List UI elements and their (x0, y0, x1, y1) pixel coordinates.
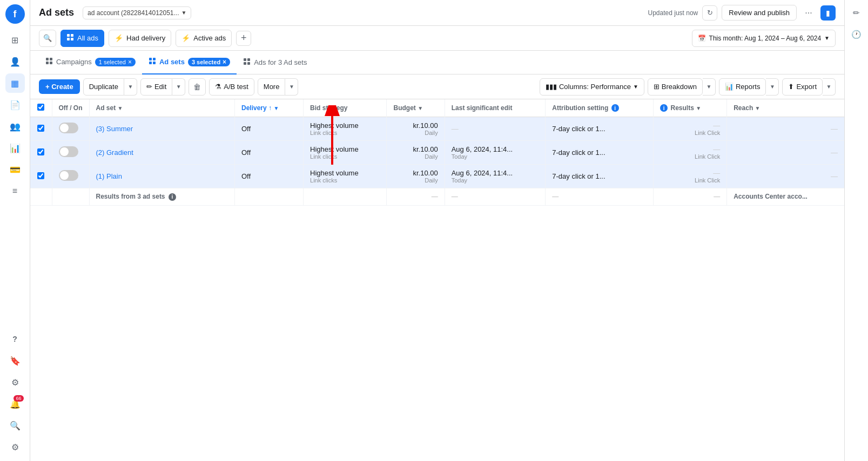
export-dropdown[interactable]: ▼ (823, 78, 836, 96)
sidebar-item-pages[interactable]: 📄 (5, 95, 25, 114)
results-info-icon2[interactable]: i (169, 193, 176, 201)
date-range-selector[interactable]: 📅 This month: Aug 1, 2024 – Aug 6, 2024 … (692, 30, 836, 47)
summer-toggle[interactable] (59, 123, 78, 133)
duplicate-button-group: Duplicate ▼ (83, 78, 137, 96)
svg-rect-15 (247, 58, 250, 61)
delete-button[interactable]: 🗑 (189, 78, 206, 96)
svg-rect-6 (46, 58, 49, 60)
row-bid-gradient: Highest volume Link clicks (304, 141, 387, 165)
export-dropdown-icon: ▼ (826, 84, 832, 90)
edit-dropdown[interactable]: ▼ (172, 78, 185, 96)
results-attribution-dash: — (552, 193, 559, 200)
table-container: Off / On Ad set ▼ Delivery ↑ ▼ Bid strat… (30, 99, 844, 461)
row-reach-plain: — (727, 165, 844, 188)
reports-dropdown[interactable]: ▼ (766, 78, 779, 96)
sidebar-item-help[interactable]: ? (5, 329, 25, 349)
table-row: (3) Summer Off Highest volume Link click… (30, 117, 844, 141)
campaigns-badge-close[interactable]: × (128, 58, 132, 66)
ab-test-button[interactable]: ⚗ A/B test (209, 78, 254, 96)
sidebar-item-debug[interactable]: ⚙ (5, 437, 25, 457)
breakdown-button[interactable]: ⊞ Breakdown (648, 78, 703, 96)
meta-logo[interactable]: f (5, 4, 25, 24)
review-publish-button[interactable]: Review and publish (722, 5, 797, 21)
summer-results-sub: Link Click (660, 130, 720, 136)
pages-icon: 📄 (10, 100, 21, 110)
edit-panel-button[interactable]: ✏ (848, 4, 865, 22)
delivery-sort-icon: ▼ (273, 105, 279, 111)
search-filter-button[interactable]: 🔍 (39, 30, 56, 47)
filter-tab-had-delivery[interactable]: ⚡ Had delivery (109, 30, 171, 47)
create-button[interactable]: + Create (39, 79, 80, 94)
edit-button[interactable]: ✏ Edit (140, 78, 172, 96)
gradient-adset-link[interactable]: (2) Gradient (96, 148, 133, 157)
table-row: (2) Gradient Off Highest volume Link cli… (30, 141, 844, 165)
sidebar-item-user[interactable]: 👤 (5, 52, 25, 71)
add-filter-button[interactable]: + (236, 31, 251, 46)
duplicate-dropdown[interactable]: ▼ (124, 78, 137, 96)
adsets-badge-close[interactable]: × (223, 58, 226, 66)
edit-button-group: ✏ Edit ▼ (140, 78, 185, 96)
gradient-budget-sub: Daily (393, 153, 438, 160)
col-header-results[interactable]: i Results ▼ (654, 99, 727, 117)
sidebar-item-audience[interactable]: 👥 (5, 117, 25, 136)
reach-sort-icon: ▼ (755, 105, 761, 111)
plain-results: — (660, 169, 720, 177)
attribution-info-icon[interactable]: i (611, 104, 619, 112)
sidebar-item-billing[interactable]: 💳 (5, 160, 25, 179)
breakdown-dropdown[interactable]: ▼ (703, 78, 716, 96)
columns-button[interactable]: ▮▮▮ Columns: Performance ▼ (540, 78, 644, 96)
sidebar-item-bookmarks[interactable]: 🔖 (5, 351, 25, 370)
row-results-plain: — Link Click (654, 165, 727, 188)
sidebar-item-home[interactable]: ⊞ (5, 30, 25, 50)
plain-bid-sub: Link clicks (310, 177, 380, 184)
sidebar-item-notifications[interactable]: 🔔 66 (5, 394, 25, 413)
duplicate-button[interactable]: Duplicate (83, 78, 124, 96)
more-dropdown-icon: ▼ (289, 84, 294, 90)
filter-tab-active-ads[interactable]: ⚡ Active ads (176, 30, 232, 47)
row-results-summer: — Link Click (654, 117, 727, 141)
adsets-selected-badge: 3 selected × (188, 58, 230, 66)
summer-budget: kr.10.00 (393, 121, 438, 130)
refresh-button[interactable]: ↻ (702, 5, 717, 21)
results-toggle-cell (52, 188, 89, 206)
plain-adset-link[interactable]: (1) Plain (96, 172, 122, 180)
svg-rect-11 (153, 58, 156, 60)
tab-ads[interactable]: Ads for 3 Ad sets (237, 51, 313, 74)
summer-results: — (660, 121, 720, 130)
menu-icon: ≡ (12, 186, 17, 196)
col-header-delivery[interactable]: Delivery ↑ ▼ (235, 99, 304, 117)
updated-status: Updated just now (648, 9, 698, 17)
sidebar-item-search[interactable]: 🔍 (5, 416, 25, 435)
right-panel: ✏ 🕐 (844, 0, 868, 461)
filter-tab-all-ads[interactable]: All ads (60, 30, 104, 47)
results-label-cell: Results from 3 ad sets i (89, 188, 235, 206)
history-panel-button[interactable]: 🕐 (848, 26, 865, 43)
reports-button[interactable]: 📊 Reports (719, 78, 766, 96)
sidebar-item-menu[interactable]: ≡ (5, 181, 25, 201)
summer-attribution: 7-day click or 1... (552, 125, 605, 133)
tab-campaigns[interactable]: Campaigns 1 selected × (39, 51, 142, 74)
summer-checkbox[interactable] (37, 125, 44, 132)
active-ads-icon: ⚡ (181, 34, 190, 42)
col-header-budget[interactable]: Budget ▼ (387, 99, 445, 117)
sidebar-item-settings[interactable]: ⚙ (5, 372, 25, 392)
columns-dropdown-icon: ▼ (633, 84, 638, 90)
topbar-more-button[interactable]: ··· (801, 5, 816, 21)
col-header-adset[interactable]: Ad set ▼ (89, 99, 235, 117)
export-button[interactable]: ⬆ Export (782, 78, 823, 96)
more-button[interactable]: More (258, 78, 286, 96)
summer-adset-link[interactable]: (3) Summer (96, 125, 133, 133)
select-all-checkbox[interactable] (37, 104, 44, 111)
sidebar-item-ads[interactable]: ▦ (5, 73, 25, 93)
col-header-reach[interactable]: Reach ▼ (727, 99, 844, 117)
gradient-toggle[interactable] (59, 146, 78, 157)
settings-icon: ⚙ (11, 377, 19, 388)
sidebar-item-insights[interactable]: 📊 (5, 138, 25, 158)
account-selector[interactable]: ad account (28228414012051... ▼ (83, 6, 191, 19)
gradient-checkbox[interactable] (37, 148, 44, 155)
tab-adsets[interactable]: Ad sets 3 selected × (142, 51, 237, 74)
more-dropdown[interactable]: ▼ (285, 78, 298, 96)
plain-toggle[interactable] (59, 170, 78, 181)
plain-checkbox[interactable] (37, 172, 44, 179)
chart-toggle-button[interactable]: ▮ (820, 5, 836, 21)
